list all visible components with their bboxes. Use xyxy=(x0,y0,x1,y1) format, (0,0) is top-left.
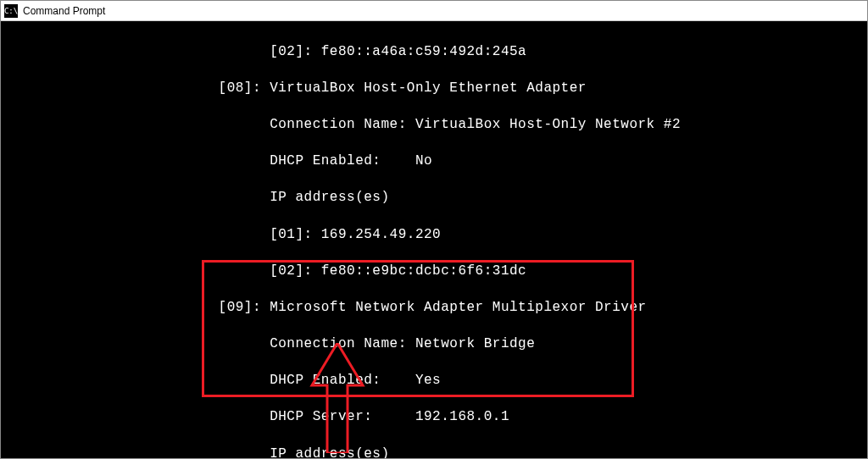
terminal-output[interactable]: [02]: fe80::a46a:c59:492d:245a [08]: Vir… xyxy=(1,21,867,459)
output-line: [01]: 169.254.49.220 xyxy=(4,226,867,245)
output-line: [08]: VirtualBox Host-Only Ethernet Adap… xyxy=(4,80,867,98)
output-line: DHCP Server: 192.168.0.1 xyxy=(4,408,867,427)
output-line: [02]: fe80::e9bc:dcbc:6f6:31dc xyxy=(4,263,867,281)
output-line: Connection Name: Network Bridge xyxy=(4,335,867,354)
output-line: DHCP Enabled: No xyxy=(4,152,867,171)
output-line: DHCP Enabled: Yes xyxy=(4,372,867,390)
window-title: Command Prompt xyxy=(23,5,105,17)
output-line: IP address(es) xyxy=(4,445,867,459)
output-line: Connection Name: VirtualBox Host-Only Ne… xyxy=(4,116,867,135)
output-line: [02]: fe80::a46a:c59:492d:245a xyxy=(4,43,867,62)
cmd-icon: C:\ xyxy=(4,4,18,18)
output-line: IP address(es) xyxy=(4,189,867,207)
window-titlebar[interactable]: C:\ Command Prompt xyxy=(1,1,867,21)
output-line: [09]: Microsoft Network Adapter Multiple… xyxy=(4,299,867,318)
